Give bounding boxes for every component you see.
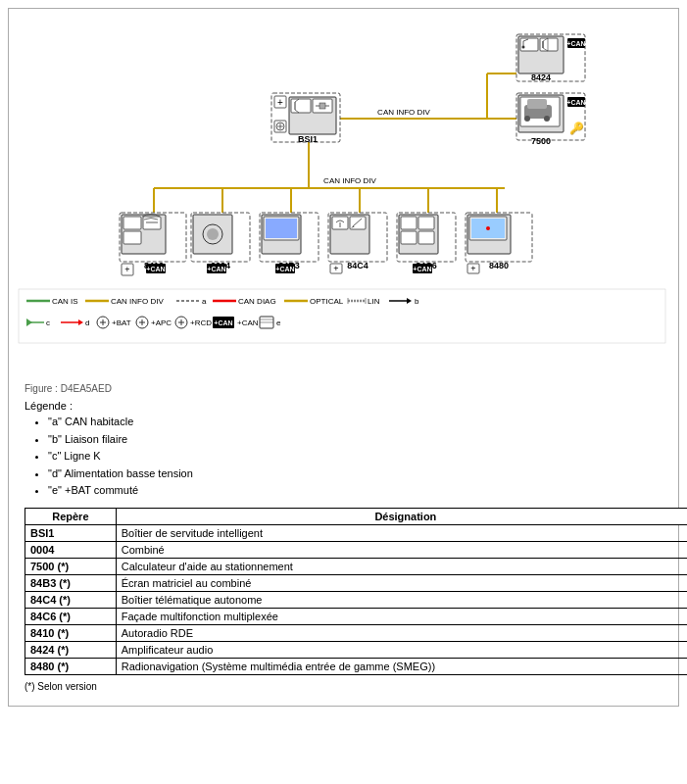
svg-text:+CAN: +CAN <box>146 266 165 272</box>
svg-text:8424: 8424 <box>531 73 551 82</box>
ref-cell: 84B3 (*) <box>25 574 117 591</box>
desc-cell: Calculateur d'aide au stationnement <box>116 558 687 574</box>
svg-text:b: b <box>415 297 419 306</box>
svg-text:+RCD: +RCD <box>190 318 212 327</box>
col-header-repere: Repère <box>25 508 117 524</box>
svg-text:+: + <box>124 265 129 274</box>
ref-cell: 8410 (*) <box>25 624 117 641</box>
svg-rect-60 <box>401 231 417 244</box>
legende-item-c: "c" Ligne K <box>48 448 662 466</box>
svg-text:OPTICAL: OPTICAL <box>310 297 344 306</box>
svg-point-45 <box>207 228 219 240</box>
reference-table: Repère Désignation BSI1 Boîtier de servi… <box>25 508 687 675</box>
svg-rect-62 <box>418 231 434 244</box>
svg-rect-32 <box>527 99 547 109</box>
svg-text:c: c <box>46 318 50 327</box>
svg-text:+APC: +APC <box>151 318 172 327</box>
legende-section: Légende : "a" CAN habitacle "b" Liaison … <box>25 400 662 500</box>
circuit-diagram: CAN INFO DIV + BSI1 <box>17 17 673 350</box>
desc-cell: Autoradio RDE <box>116 624 687 641</box>
svg-point-24 <box>522 46 525 49</box>
svg-text:a: a <box>202 297 207 306</box>
svg-rect-38 <box>123 231 141 244</box>
ref-cell: 84C6 (*) <box>25 608 117 624</box>
desc-cell: Amplificateur audio <box>116 641 687 658</box>
legende-item-b: "b" Liaison filaire <box>48 431 662 449</box>
svg-text:+: + <box>333 264 338 273</box>
figure-label: Figure : D4EA5AED <box>25 383 662 394</box>
svg-rect-49 <box>266 219 297 238</box>
svg-text:+CAN: +CAN <box>275 266 294 272</box>
diagram-area: CAN INFO DIV + BSI1 <box>17 17 673 379</box>
svg-text:🔑: 🔑 <box>569 121 584 135</box>
svg-rect-17 <box>319 103 325 109</box>
svg-text:+CAN: +CAN <box>566 99 585 106</box>
legende-title: Légende : <box>25 400 662 412</box>
table-row: 0004 Combiné <box>25 541 688 558</box>
ref-cell: BSI1 <box>25 524 117 541</box>
table-row: 8410 (*) Autoradio RDE <box>25 624 688 641</box>
ref-cell: 84C4 (*) <box>25 591 117 608</box>
svg-text:CAN INFO DIV: CAN INFO DIV <box>111 297 164 306</box>
svg-point-31 <box>544 116 550 122</box>
svg-rect-61 <box>418 217 434 229</box>
svg-text:+: + <box>470 264 475 273</box>
svg-text:CAN IS: CAN IS <box>52 297 78 306</box>
ref-cell: 7500 (*) <box>25 558 117 574</box>
svg-text:+CAN: +CAN <box>207 266 225 272</box>
desc-cell: Radionavigation (Système multimédia entr… <box>116 658 687 674</box>
svg-text:CAN INFO DIV: CAN INFO DIV <box>377 108 430 117</box>
legende-item-d: "d" Alimentation basse tension <box>48 466 662 483</box>
svg-text:+CAN: +CAN <box>566 40 585 47</box>
svg-text:d: d <box>85 318 89 327</box>
svg-text:BSI1: BSI1 <box>298 134 318 144</box>
svg-rect-39 <box>143 217 161 229</box>
table-row: 8480 (*) Radionavigation (Système multim… <box>25 658 688 674</box>
svg-text:LIN: LIN <box>368 297 380 306</box>
ref-cell: 8480 (*) <box>25 658 117 674</box>
legende-item-a: "a" CAN habitacle <box>48 414 662 431</box>
svg-text:+BAT: +BAT <box>112 318 131 327</box>
main-container: CAN INFO DIV + BSI1 <box>8 8 679 707</box>
table-row: 84B3 (*) Écran matriciel au combiné <box>25 574 688 591</box>
svg-text:+CAN: +CAN <box>413 266 431 272</box>
desc-cell: Combiné <box>116 541 687 558</box>
table-note: (*) Selon version <box>25 681 662 692</box>
table-row: 7500 (*) Calculateur d'aide au stationne… <box>25 558 688 574</box>
svg-text:+CAN: +CAN <box>214 319 232 326</box>
svg-rect-37 <box>123 217 141 229</box>
desc-cell: Boîtier de servitude intelligent <box>116 524 687 541</box>
legende-item-e: "e" +BAT commuté <box>48 482 662 500</box>
svg-text:CAN DIAG: CAN DIAG <box>238 297 276 306</box>
desc-cell: Écran matriciel au combiné <box>116 574 687 591</box>
svg-point-30 <box>524 116 530 122</box>
bsi1-inner-icon1 <box>291 99 311 113</box>
svg-text:+CAN: +CAN <box>237 318 259 327</box>
svg-text:7500: 7500 <box>531 136 551 146</box>
col-header-designation: Désignation <box>116 508 687 524</box>
table-row: 8424 (*) Amplificateur audio <box>25 641 688 658</box>
table-row: BSI1 Boîtier de servitude intelligent <box>25 524 688 541</box>
svg-text:84C4: 84C4 <box>347 261 368 270</box>
legende-list: "a" CAN habitacle "b" Liaison filaire "c… <box>48 414 662 500</box>
desc-cell: Façade multifonction multiplexée <box>116 608 687 624</box>
ref-cell: 8424 (*) <box>25 641 117 658</box>
svg-point-67 <box>486 226 490 230</box>
table-row: 84C6 (*) Façade multifonction multiplexé… <box>25 608 688 624</box>
ref-cell: 0004 <box>25 541 117 558</box>
table-row: 84C4 (*) Boîtier télématique autonome <box>25 591 688 608</box>
svg-text:8480: 8480 <box>489 261 509 270</box>
svg-rect-59 <box>401 217 417 229</box>
desc-cell: Boîtier télématique autonome <box>116 591 687 608</box>
svg-text:+: + <box>277 97 283 108</box>
svg-text:e: e <box>276 318 281 327</box>
can-info-div-top-label: CAN INFO DIV <box>323 176 376 185</box>
